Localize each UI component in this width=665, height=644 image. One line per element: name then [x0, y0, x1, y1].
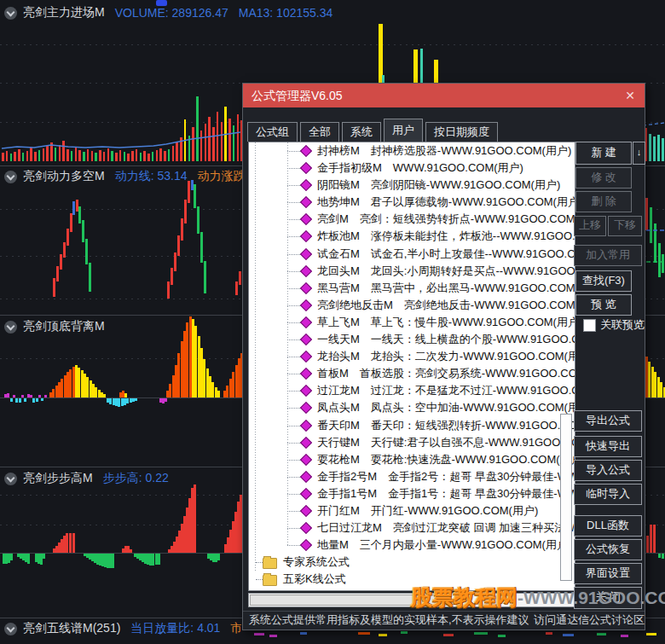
tree-connector — [287, 408, 300, 409]
formula-item[interactable]: 试金石M试金石,半小时上攻最佳--WWW.91GOO.COM(用户) — [249, 246, 575, 263]
formula-name: 凤点头M — [317, 401, 360, 414]
panel-header-5: 亮剑五线谱M(251)当日放量比: 4.01市场热度: 1 — [4, 621, 241, 636]
formula-desc: 金手指2号：超哥 早盘30分钟最佳-WWW.91GOO.COM(用户) — [388, 470, 575, 483]
formula-item[interactable]: 封神榜M封神榜选股器-WWW.91GOO.COM(用户) — [249, 142, 575, 160]
panel-stat: 市场热度: 1 — [230, 621, 241, 636]
formula-item[interactable]: 阴阳镜M亮剑阴阳镜-WWW.91GOO.COM(用户) — [249, 177, 575, 194]
formula-item[interactable]: 首板M首板选股：亮剑交易系统-WWW.91GOO.COM(用户) — [249, 365, 575, 382]
close-icon[interactable]: ✕ — [621, 86, 639, 105]
formula-name: 七日过江龙M — [317, 521, 382, 534]
formula-diamond-icon — [300, 402, 312, 414]
formula-desc: 龙回头:小周期转好是买点--WWW.91GOO.COM(用户) — [371, 264, 575, 277]
formula-restore-button[interactable]: 公式恢复 — [574, 539, 642, 560]
tab-全部[interactable]: 全部 — [300, 122, 339, 142]
tab-公式组[interactable]: 公式组 — [247, 122, 298, 142]
new-dropdown-arrow-icon[interactable]: ↓ — [633, 142, 645, 165]
quick-export-button[interactable]: 快速导出 — [574, 436, 642, 457]
import-button[interactable]: 导入公式 — [574, 460, 642, 481]
tree-connector — [287, 511, 300, 512]
formula-item[interactable]: 一线天M一线天：线上横盘的个股-WWW.91GOO.COM(用户) — [249, 331, 575, 348]
formula-desc: 凤点头：空中加油-WWW.91GOO.COM(用户) — [371, 401, 575, 414]
formula-desc: 耍花枪:快速洗盘-WWW.91GOO.COM(用户) — [371, 453, 575, 466]
formula-listbox[interactable]: 封神榜M封神榜选股器-WWW.91GOO.COM(用户)金手指初级MWWW.91… — [248, 142, 575, 591]
formula-name: 龙抬头M — [317, 350, 360, 363]
collapse-chevron-icon[interactable] — [4, 473, 17, 485]
formula-item[interactable]: 过江龙M过江龙：不是猛龙不过江-WWW.91GOO.COM(用户) — [249, 382, 575, 399]
formula-diamond-icon — [300, 145, 312, 157]
delete-button[interactable]: 删 除 — [575, 191, 632, 212]
new-button[interactable]: 新 建 — [575, 142, 632, 165]
tab-bar: 公式组全部系统用户按日期频度 — [247, 119, 498, 142]
link-preview-checkbox[interactable] — [583, 319, 596, 332]
formula-item[interactable]: 番天印M番天印：短线强烈转折-WWW.91GOO.COM(用户) — [249, 417, 575, 434]
vertical-scrollbar-thumb[interactable] — [560, 414, 572, 581]
modify-button[interactable]: 修 改 — [575, 167, 632, 189]
move-up-button[interactable]: 上移 — [574, 216, 606, 236]
formula-item[interactable]: 亮剑M亮剑：短线强势转折点-WWW.91GOO.COM(用户) — [249, 211, 575, 228]
tab-系统[interactable]: 系统 — [342, 122, 381, 142]
tab-用户[interactable]: 用户 — [384, 119, 423, 142]
temp-import-button[interactable]: 临时导入 — [574, 484, 642, 505]
formula-desc: 开门红-WWW.91GOO.COM(用户) — [371, 504, 538, 517]
formula-name: 封神榜M — [317, 144, 360, 157]
formula-item[interactable]: 金手指初级MWWW.91GOO.COM(用户) — [249, 160, 575, 177]
formula-item[interactable]: 亮剑绝地反击M亮剑绝地反击-WWW.91GOO.COM(用户) — [249, 297, 575, 314]
formula-item[interactable]: 龙回头M龙回头:小周期转好是买点--WWW.91GOO.COM(用户) — [249, 263, 575, 280]
formula-item[interactable]: 开门红M开门红-WWW.91GOO.COM(用户) — [249, 502, 575, 519]
formula-item[interactable]: 地量M三个月内最小量-WWW.91GOO.COM(用户) — [249, 537, 575, 554]
formula-item[interactable]: 草上飞M草上飞：慢牛股-WWW.91GOO.COM(用户) — [249, 314, 575, 331]
formula-desc: WWW.91GOO.COM(用户) — [393, 161, 523, 174]
status-forum-link[interactable]: 访问通达信公式讨论区 — [534, 612, 645, 629]
add-favorite-button[interactable]: 加入常用 — [574, 245, 642, 266]
formula-desc: 一线天：线上横盘的个股-WWW.91GOO.COM(用户) — [371, 333, 575, 345]
formula-name: 金手指2号M — [317, 470, 377, 483]
move-down-button[interactable]: 下移 — [608, 216, 642, 236]
collapse-chevron-icon[interactable] — [4, 623, 17, 635]
formula-item[interactable]: 金手指2号M金手指2号：超哥 早盘30分钟最佳-WWW.91GOO.COM(用户… — [249, 468, 575, 485]
formula-diamond-icon — [300, 162, 312, 174]
collapse-chevron-icon[interactable] — [4, 321, 17, 334]
formula-name: 龙回头M — [317, 264, 360, 277]
formula-item[interactable]: 凤点头M凤点头：空中加油-WWW.91GOO.COM(用户) — [249, 399, 575, 416]
formula-diamond-icon — [300, 316, 312, 328]
formula-diamond-icon — [300, 539, 312, 551]
tab-按日期频度[interactable]: 按日期频度 — [425, 122, 498, 142]
formula-diamond-icon — [300, 505, 312, 517]
formula-list: 封神榜M封神榜选股器-WWW.91GOO.COM(用户)金手指初级MWWW.91… — [249, 142, 575, 588]
formula-name: 一线天M — [317, 333, 360, 345]
formula-item[interactable]: 炸板池M涨停板未能封住，炸板池--WWW.91GOO.COM(用户) — [249, 228, 575, 245]
formula-diamond-icon — [300, 196, 312, 208]
formula-diamond-icon — [300, 230, 312, 242]
formula-item[interactable]: 七日过江龙M亮剑过江龙突破 回调 加速三种买法-WWW.91GOO.COM(用户… — [249, 519, 575, 537]
formula-item[interactable]: 龙抬头M龙抬头：二次发力-WWW.91GOO.COM(用户) — [249, 348, 575, 365]
formula-item[interactable]: 黑马营M黑马营中，必出黑马-WWW.91GOO.COM(用户) — [249, 280, 575, 297]
formula-desc: 涨停板未能封住，炸板池--WWW.91GOO.COM(用户) — [371, 229, 575, 242]
find-button[interactable]: 查找(F3) — [575, 270, 632, 292]
preview-button[interactable]: 预 览 — [575, 294, 632, 316]
ui-settings-button[interactable]: 界面设置 — [574, 563, 642, 584]
formula-diamond-icon — [300, 471, 312, 483]
formula-diamond-icon — [300, 488, 312, 500]
folder-item[interactable]: 专家系统公式 — [249, 554, 575, 571]
tree-connector — [287, 254, 300, 255]
panel-stat: MA13: 102155.34 — [239, 6, 333, 20]
dialog-titlebar[interactable]: 公式管理器V6.05 ✕ — [243, 84, 645, 107]
folder-name: 五彩K线公式 — [283, 572, 346, 585]
formula-name: 亮剑绝地反击M — [317, 299, 393, 311]
collapse-chevron-icon[interactable] — [4, 171, 17, 183]
dll-functions-button[interactable]: DLL函数 — [574, 515, 642, 537]
panel-stat: 步步高: 0.22 — [103, 471, 169, 486]
tree-connector — [256, 579, 263, 580]
collapse-chevron-icon[interactable] — [4, 7, 17, 20]
formula-item[interactable]: 天行键M天行键:君子以自强不息-WWW.91GOO.COM(用户) — [249, 434, 575, 451]
watermark-brand: 股票教程网 — [411, 583, 518, 612]
tree-connector — [287, 168, 300, 169]
formula-item[interactable]: 金手指1号M金手指1号：超哥 早盘30分钟最佳-WWW.91GOO.COM(用户… — [249, 485, 575, 502]
watermark-site: -WWW.91GOO.COM — [518, 588, 665, 608]
formula-item[interactable]: 耍花枪M耍花枪:快速洗盘-WWW.91GOO.COM(用户) — [249, 451, 575, 468]
formula-desc: 过江龙：不是猛龙不过江-WWW.91GOO.COM(用户) — [371, 384, 575, 397]
tree-connector — [287, 288, 300, 289]
export-button[interactable]: 导出公式 — [574, 410, 642, 432]
formula-item[interactable]: 地势坤M君子以厚德载物-WWW.91GOO.COM(用户) — [249, 194, 575, 211]
panel-title: 亮剑动力多空M — [23, 169, 105, 184]
